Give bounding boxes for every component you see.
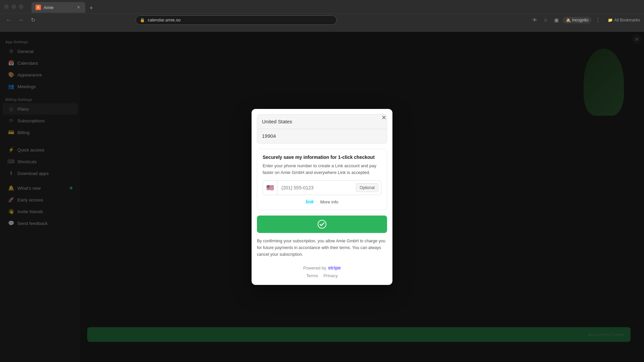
address-bar: ← → ↻ 🔒 calendar.amie.so 👁 ☆ ▣ 🕵 Incogni… [0,13,644,26]
more-info-link[interactable]: More info [320,199,338,204]
star-icon[interactable]: ☆ [541,15,550,25]
tab-label: Amie [44,5,73,10]
window-controls [4,4,23,9]
country-value: United States [262,119,292,124]
optional-button[interactable]: Optional [356,183,378,192]
close-window-button[interactable] [19,4,23,9]
checkmark-icon [317,220,327,229]
modal-close-button[interactable]: ✕ [379,113,388,122]
modal-body: United States 19904 Securely save my inf… [252,114,392,285]
modal-footer: Powered by stripe Terms Privacy [252,262,392,285]
stripe-brand-label: stripe [328,265,341,270]
privacy-link[interactable]: Privacy [323,273,338,278]
bookmarks-folder-icon: 📁 [608,18,613,22]
zip-field-row: 19904 [257,129,387,143]
url-text: calendar.amie.so [148,17,180,22]
refresh-button[interactable]: ↻ [28,15,38,25]
maximize-button[interactable] [11,4,16,9]
link-section-title: Securely save my information for 1-click… [263,155,381,160]
sidebar-icon[interactable]: ▣ [552,15,561,25]
bookmarks-label: All Bookmarks [614,18,640,22]
checkout-modal: ✕ United States 19904 Securely save my i… [252,109,392,285]
submit-section [252,210,392,233]
link-brand-row: link · More info [263,199,381,204]
footer-links: Terms Privacy [306,273,338,278]
eye-off-icon[interactable]: 👁 [530,15,540,25]
back-button[interactable]: ← [4,15,13,25]
link-dot-separator: · [316,199,317,204]
flag-emoji: 🇺🇸 [266,184,274,191]
bookmarks-label-area: 📁 All Bookmarks [608,18,640,22]
incognito-label: Incognito [572,18,589,22]
zip-value: 19904 [262,133,276,139]
forward-button[interactable]: → [16,15,25,25]
incognito-icon: 🕵 [566,18,571,22]
terms-link[interactable]: Terms [306,273,318,278]
link-section-description: Enter your phone number to create a Link… [263,163,381,176]
svg-point-0 [318,220,326,228]
address-field-group: United States 19904 [257,114,387,143]
phone-input[interactable] [277,182,356,194]
minimize-button[interactable] [4,4,9,9]
browser-actions: 👁 ☆ ▣ 🕵 Incognito ⋮ [530,15,603,25]
title-bar: A Amie ✕ + [0,0,644,13]
link-brand-label: link [306,199,314,204]
disclaimer-text: By confirming your subscription, you all… [252,233,392,262]
incognito-badge: 🕵 Incognito [562,17,592,23]
country-field-row: United States [257,115,387,129]
tab-close-button[interactable]: ✕ [76,5,81,10]
modal-overlay: ✕ United States 19904 Securely save my i… [0,32,644,362]
lock-icon: 🔒 [140,18,145,22]
menu-button[interactable]: ⋮ [593,15,602,25]
url-bar[interactable]: 🔒 calendar.amie.so [136,15,337,25]
browser-chrome: A Amie ✕ + ← → ↻ 🔒 calendar.amie.so 👁 ☆ … [0,0,644,32]
active-tab[interactable]: A Amie ✕ [32,2,85,13]
tab-bar: A Amie ✕ + [29,1,99,13]
link-section: Securely save my information for 1-click… [257,149,387,210]
powered-by: Powered by stripe [303,265,341,270]
submit-button[interactable] [257,216,387,233]
tab-favicon: A [36,5,41,10]
phone-input-row: 🇺🇸 Optional [263,180,381,195]
app-content: App Settings ⚙ General 📅 Calendars 🎨 App… [0,32,644,362]
phone-flag-selector[interactable]: 🇺🇸 [263,181,277,195]
new-tab-button[interactable]: + [87,3,96,13]
powered-by-label: Powered by [303,265,326,270]
